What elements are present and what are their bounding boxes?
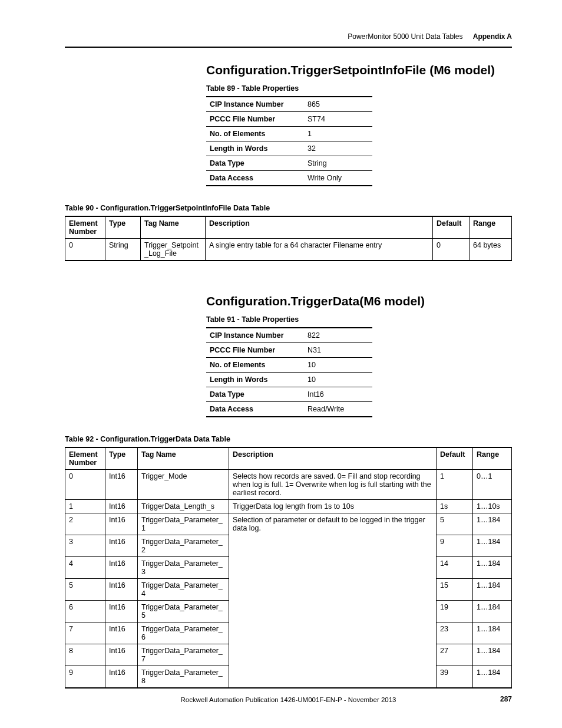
table-row: 3 Int16 TriggerData_Parameter_2 9 1…184 [65, 535, 512, 557]
cell: TriggerData log length from 1s to 10s [229, 500, 437, 513]
prop-key: No. of Elements [206, 358, 304, 373]
table-row: PCCC File NumberST74 [206, 112, 372, 127]
col-description: Description [206, 216, 433, 239]
col-element: Element Number [65, 216, 105, 239]
cell: 1…184 [473, 644, 512, 666]
cell [229, 622, 437, 644]
prop-val: 10 [304, 373, 372, 387]
table-row: Length in Words10 [206, 373, 372, 387]
appendix-label: Appendix A [473, 32, 512, 41]
cell: 2 [65, 513, 105, 535]
prop-key: Length in Words [206, 141, 304, 156]
section2-block: Configuration.TriggerData(M6 model) Tabl… [206, 294, 512, 417]
cell: 1…184 [473, 601, 512, 622]
cell: Int16 [105, 557, 138, 579]
cell [229, 535, 437, 557]
table-row: 8 Int16 TriggerData_Parameter_7 27 1…184 [65, 644, 512, 666]
col-description: Description [229, 447, 437, 470]
cell: TriggerData_Parameter_5 [138, 601, 229, 622]
section2-title: Configuration.TriggerData(M6 model) [206, 294, 512, 308]
cell: 1 [65, 500, 105, 513]
cell: 1…10s [473, 500, 512, 513]
table-row: 1 Int16 TriggerData_Length_s TriggerData… [65, 500, 512, 513]
table-row: 9 Int16 TriggerData_Parameter_8 39 1…184 [65, 666, 512, 689]
table-row: Length in Words32 [206, 141, 372, 156]
cell: 5 [65, 579, 105, 601]
cell: 0 [65, 470, 105, 500]
prop-val: 32 [304, 141, 372, 156]
table-row: Data AccessWrite Only [206, 171, 372, 186]
prop-val: 865 [304, 97, 372, 112]
cell: 23 [437, 622, 473, 644]
table90-caption: Table 90 - Configuration.TriggerSetpoint… [65, 204, 512, 212]
prop-key: Data Type [206, 156, 304, 171]
prop-val: N31 [304, 343, 372, 358]
prop-key: Data Type [206, 387, 304, 402]
table-header-row: Element Number Type Tag Name Description… [65, 216, 512, 239]
table89-props: CIP Instance Number865 PCCC File NumberS… [206, 96, 372, 186]
cell [229, 557, 437, 579]
cell: 1…184 [473, 535, 512, 557]
table-row: 0 String Trigger_Setpoint_Log_File A sin… [65, 239, 512, 261]
cell: 1 [437, 470, 473, 500]
prop-val: Write Only [304, 171, 372, 186]
cell: 0 [433, 239, 470, 261]
table-row: Data TypeInt16 [206, 387, 372, 402]
cell: 9 [437, 535, 473, 557]
col-type: Type [105, 447, 138, 470]
cell: 4 [65, 557, 105, 579]
prop-key: PCCC File Number [206, 112, 304, 127]
cell: Int16 [105, 579, 138, 601]
cell: TriggerData_Length_s [138, 500, 229, 513]
prop-key: CIP Instance Number [206, 97, 304, 112]
prop-key: Data Access [206, 171, 304, 186]
table-row: 2 Int16 TriggerData_Parameter_1 Selectio… [65, 513, 512, 535]
prop-key: No. of Elements [206, 127, 304, 141]
cell: Selection of parameter or default to be … [229, 513, 437, 535]
col-range: Range [473, 447, 512, 470]
cell: Int16 [105, 513, 138, 535]
col-default: Default [433, 216, 470, 239]
prop-key: Data Access [206, 402, 304, 417]
prop-val: ST74 [304, 112, 372, 127]
cell: 19 [437, 601, 473, 622]
cell [229, 579, 437, 601]
col-tagname: Tag Name [141, 216, 206, 239]
table-row: No. of Elements1 [206, 127, 372, 141]
cell: TriggerData_Parameter_8 [138, 666, 229, 689]
cell: TriggerData_Parameter_6 [138, 622, 229, 644]
table-row: 6 Int16 TriggerData_Parameter_5 19 1…184 [65, 601, 512, 622]
cell: 39 [437, 666, 473, 689]
cell: 14 [437, 557, 473, 579]
cell: String [105, 239, 141, 261]
cell: 6 [65, 601, 105, 622]
cell: 27 [437, 644, 473, 666]
table-row: Data TypeString [206, 156, 372, 171]
col-type: Type [105, 216, 141, 239]
header-rule [65, 47, 512, 48]
section1-block: Configuration.TriggerSetpointInfoFile (M… [206, 63, 512, 186]
cell: 15 [437, 579, 473, 601]
prop-val: 10 [304, 358, 372, 373]
cell: Int16 [105, 644, 138, 666]
cell: 1…184 [473, 579, 512, 601]
table-row: 5 Int16 TriggerData_Parameter_4 15 1…184 [65, 579, 512, 601]
table91-props: CIP Instance Number822 PCCC File NumberN… [206, 327, 372, 417]
cell: 0…1 [473, 470, 512, 500]
cell: Selects how records are saved. 0= Fill a… [229, 470, 437, 500]
prop-key: CIP Instance Number [206, 328, 304, 343]
page-number: 287 [500, 695, 512, 703]
cell: TriggerData_Parameter_3 [138, 557, 229, 579]
table92-caption: Table 92 - Configuration.TriggerData Dat… [65, 435, 512, 443]
cell: A single entry table for a 64 character … [206, 239, 433, 261]
cell: Int16 [105, 470, 138, 500]
prop-val: String [304, 156, 372, 171]
cell: 64 bytes [470, 239, 512, 261]
prop-val: Read/Write [304, 402, 372, 417]
cell: TriggerData_Parameter_2 [138, 535, 229, 557]
cell: 1…184 [473, 513, 512, 535]
table-row: CIP Instance Number865 [206, 97, 372, 112]
table-row: No. of Elements10 [206, 358, 372, 373]
prop-val: 1 [304, 127, 372, 141]
prop-key: Length in Words [206, 373, 304, 387]
